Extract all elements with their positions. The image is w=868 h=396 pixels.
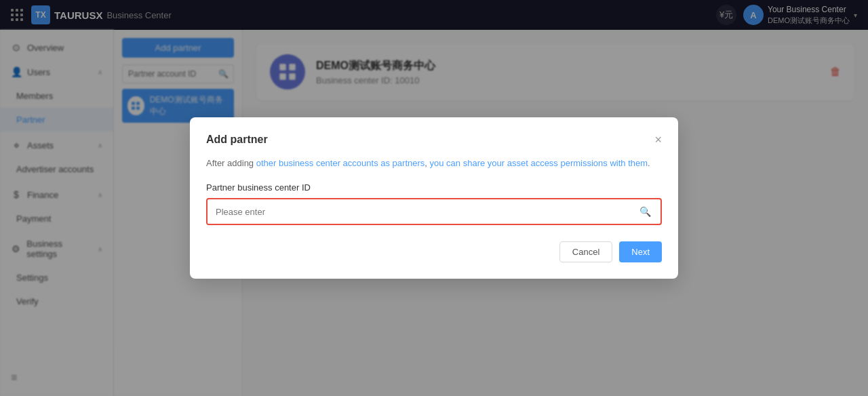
next-button[interactable]: Next bbox=[619, 241, 662, 262]
modal-overlay: Add partner × After adding other busines… bbox=[0, 0, 868, 396]
modal-title: Add partner bbox=[206, 134, 268, 146]
partner-id-input-row: 🔍 bbox=[206, 198, 662, 225]
modal-header: Add partner × bbox=[206, 134, 662, 146]
add-partner-modal: Add partner × After adding other busines… bbox=[190, 117, 678, 279]
modal-close-button[interactable]: × bbox=[654, 134, 662, 146]
modal-footer: Cancel Next bbox=[206, 241, 662, 262]
partner-id-input[interactable] bbox=[208, 200, 630, 224]
cancel-button[interactable]: Cancel bbox=[559, 241, 612, 262]
input-search-icon[interactable]: 🔍 bbox=[630, 199, 660, 224]
field-label: Partner business center ID bbox=[206, 182, 662, 193]
modal-description: After adding other business center accou… bbox=[206, 157, 662, 171]
